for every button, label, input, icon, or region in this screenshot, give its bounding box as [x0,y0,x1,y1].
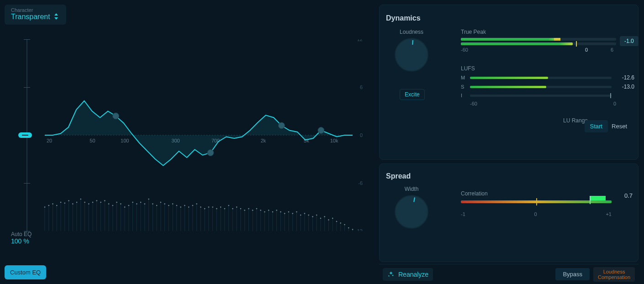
svg-text:0: 0 [360,132,363,138]
svg-point-119 [252,210,253,211]
svg-point-21 [56,205,58,206]
loudness-comp-line2: Compensation [598,274,630,280]
svg-point-89 [192,205,194,206]
lu-reset-button[interactable]: Reset [606,120,633,132]
svg-point-25 [64,202,65,204]
scale-text: +1 [606,211,612,217]
sparkle-icon [387,271,395,278]
svg-point-53 [120,203,121,205]
svg-point-39 [92,202,94,203]
loudness-compensation-button[interactable]: Loudness Compensation [593,267,635,282]
lu-range-label: LU Range [563,117,588,124]
svg-point-55 [124,206,126,208]
lufs-bar [470,86,612,88]
width-knob[interactable] [395,195,428,229]
custom-eq-button[interactable]: Custom EQ [5,265,46,279]
eq-node[interactable] [318,127,324,134]
correlation-value: 0.7 [624,192,633,199]
svg-text:10k: 10k [330,138,338,143]
svg-point-59 [132,202,133,203]
lufs-row: M-12.6 [461,74,634,81]
svg-point-123 [260,210,261,211]
svg-point-165 [344,224,345,226]
svg-text:20: 20 [47,138,52,143]
scale-text: -60 [461,47,468,53]
lu-range-value: - [563,124,588,130]
lu-start-button[interactable]: Start [585,120,608,132]
eq-node[interactable] [113,113,119,119]
svg-text:100: 100 [121,138,129,143]
excite-button[interactable]: Excite [400,89,425,100]
bypass-button[interactable]: Bypass [555,268,590,280]
svg-point-113 [240,208,242,210]
lufs-tag: I [461,93,466,98]
svg-point-149 [312,216,313,217]
true-peak-label: True Peak [461,29,616,35]
svg-point-137 [288,211,290,213]
svg-point-163 [340,222,341,224]
svg-text:2k: 2k [261,138,266,143]
svg-text:6: 6 [360,84,363,90]
scale-text: 6 [611,47,613,53]
updown-icon [54,13,58,21]
svg-point-93 [200,206,201,208]
lufs-row: I [461,93,634,98]
svg-point-111 [236,206,238,208]
eq-node[interactable] [278,122,285,129]
svg-point-43 [100,202,101,203]
svg-point-49 [112,205,114,206]
svg-point-77 [168,205,169,206]
scale-text: 0 [534,211,537,217]
svg-point-147 [308,215,309,216]
svg-point-41 [96,200,97,201]
svg-point-145 [304,213,306,214]
slider-tick [24,87,30,88]
character-dropdown[interactable]: Character Transparent [5,5,66,25]
svg-point-45 [104,200,106,201]
eq-amount-slider-thumb[interactable] [18,132,32,138]
svg-point-17 [48,205,49,206]
reanalyze-button[interactable]: Reanalyze [383,268,433,281]
character-value: Transparent [11,13,50,21]
loudness-knob-label: Loudness [389,29,434,35]
svg-point-151 [316,215,317,216]
svg-point-99 [212,206,213,208]
eq-node[interactable] [207,150,214,156]
svg-point-169 [352,229,354,230]
correlation-live [591,196,606,200]
correlation-meter: Correlation 0.7 -1 0 +1 [461,190,612,217]
svg-point-103 [220,206,222,208]
svg-point-105 [224,208,226,210]
svg-point-71 [156,205,158,206]
svg-point-143 [300,215,301,216]
svg-point-47 [108,203,110,205]
svg-text:50: 50 [90,138,95,143]
loudness-knob[interactable] [395,38,428,72]
lufs-value: -13.0 [615,84,634,90]
loudness-comp-line1: Loudness [598,269,630,274]
svg-point-131 [276,210,277,211]
scale-text: 0 [585,47,588,53]
svg-point-91 [196,203,197,205]
svg-point-109 [232,208,233,210]
svg-point-159 [332,218,333,219]
svg-point-167 [348,227,349,229]
svg-point-139 [292,213,293,214]
true-peak-value[interactable]: -1.0 [620,36,639,46]
svg-text:-6: -6 [358,180,363,186]
svg-point-33 [80,199,81,200]
svg-text:12: 12 [357,39,363,42]
lufs-bar [470,95,612,97]
svg-point-157 [328,219,329,221]
svg-point-101 [216,208,217,210]
svg-point-161 [336,221,338,222]
svg-point-87 [188,206,190,208]
svg-text:-12: -12 [355,228,363,231]
lufs-value: -12.6 [615,74,634,81]
spread-title: Spread [386,172,411,180]
lufs-row: S-13.0 [461,84,634,90]
bottom-bar: Reanalyze Bypass Loudness Compensation [379,264,639,284]
svg-point-135 [284,213,285,214]
dynamics-title: Dynamics [386,14,421,22]
eq-plot[interactable]: 1260-6-1220501003007002k5k10k [16,39,364,231]
